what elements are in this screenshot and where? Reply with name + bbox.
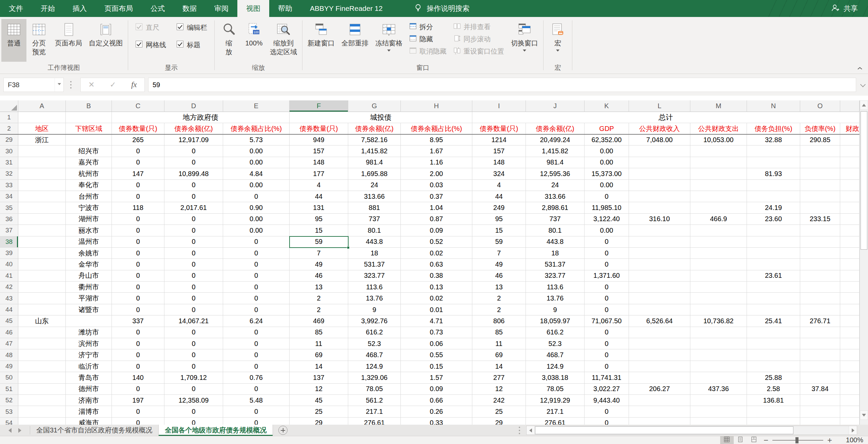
column-header-L[interactable]: L: [629, 100, 690, 112]
cell-F29[interactable]: 949: [290, 134, 348, 146]
cell-K37[interactable]: 0.00: [585, 225, 629, 236]
cell-I45[interactable]: 806: [472, 315, 526, 327]
row-header-2[interactable]: 2: [0, 123, 18, 134]
cell-J43[interactable]: 13.76: [526, 293, 585, 304]
cell-D50[interactable]: 1,709.12: [164, 372, 223, 383]
cell-G51[interactable]: 78.05: [348, 384, 401, 395]
cell-D36[interactable]: 0: [164, 214, 223, 225]
cell-O2[interactable]: 负债率(%): [800, 123, 840, 134]
cell-D45[interactable]: 14,067.21: [164, 315, 223, 327]
cell-J52[interactable]: 12,919.29: [526, 395, 585, 406]
cell-L2[interactable]: 公共财政收入: [629, 123, 690, 134]
cell-G46[interactable]: 616.2: [348, 327, 401, 338]
cell-J42[interactable]: 113.6: [526, 282, 585, 293]
cell-C48[interactable]: 0: [112, 349, 164, 361]
cell-A1[interactable]: [18, 112, 66, 123]
cell-G47[interactable]: 52.3: [348, 338, 401, 349]
row-header-39[interactable]: 39: [0, 248, 18, 259]
cell-A50[interactable]: [18, 372, 66, 383]
cell-L42[interactable]: [629, 282, 690, 293]
cell-J2[interactable]: 债券余额(亿): [526, 123, 585, 134]
cell-P52[interactable]: [840, 395, 860, 406]
cell-M42[interactable]: [690, 282, 747, 293]
cell-J32[interactable]: 12,595.36: [526, 168, 585, 179]
cell-A40[interactable]: [18, 259, 66, 270]
name-box-dropdown-icon[interactable]: [55, 78, 63, 92]
row-header-34[interactable]: 34: [0, 191, 18, 202]
cell-I41[interactable]: 46: [472, 270, 526, 282]
cell-H49[interactable]: 0.15: [401, 361, 472, 372]
cell-A29[interactable]: 浙江: [18, 134, 66, 146]
cell-D46[interactable]: 0: [164, 327, 223, 338]
cell-G52[interactable]: 561.2: [348, 395, 401, 406]
cell-M44[interactable]: [690, 304, 747, 315]
new-sheet-button[interactable]: [278, 426, 288, 435]
column-header-G[interactable]: G: [348, 100, 401, 112]
cell-E29[interactable]: 5.73: [223, 134, 290, 146]
column-header-H[interactable]: H: [401, 100, 472, 112]
cell-K54[interactable]: 0: [585, 418, 629, 425]
cell-G43[interactable]: 13.76: [348, 293, 401, 304]
cell-J46[interactable]: 616.2: [526, 327, 585, 338]
cell-D40[interactable]: 0: [164, 259, 223, 270]
zoom-out-button[interactable]: −: [761, 437, 771, 444]
zoom-to-selection-button[interactable]: 缩放到 选定区域: [267, 19, 300, 62]
cell-H43[interactable]: 0.02: [401, 293, 472, 304]
cell-F52[interactable]: 45: [290, 395, 348, 406]
cell-D33[interactable]: 0: [164, 180, 223, 191]
cell-K34[interactable]: 0: [585, 191, 629, 202]
column-header-B[interactable]: B: [66, 100, 112, 112]
cell-E44[interactable]: 0: [223, 304, 290, 315]
cell-J36[interactable]: 737: [526, 214, 585, 225]
cell-N33[interactable]: [747, 180, 800, 191]
cell-B43[interactable]: 平湖市: [66, 293, 112, 304]
cell-M50[interactable]: [690, 372, 747, 383]
cell-I51[interactable]: 12: [472, 384, 526, 395]
cell-F54[interactable]: 29: [290, 418, 348, 425]
cell-F49[interactable]: 14: [290, 361, 348, 372]
selected-cell-outline[interactable]: [289, 236, 349, 248]
cell-O43[interactable]: [800, 293, 840, 304]
cell-O52[interactable]: [800, 395, 840, 406]
cell-O41[interactable]: [800, 270, 840, 282]
menu-tab-view[interactable]: 视图: [237, 0, 269, 17]
column-header-I[interactable]: I: [472, 100, 526, 112]
row-header-37[interactable]: 37: [0, 225, 18, 236]
cell-I35[interactable]: 249: [472, 202, 526, 213]
cell-H31[interactable]: 1.16: [401, 157, 472, 168]
cell-N44[interactable]: [747, 304, 800, 315]
cell-O46[interactable]: [800, 327, 840, 338]
cell-E30[interactable]: 0.00: [223, 146, 290, 157]
cell-I31[interactable]: 148: [472, 157, 526, 168]
cell-B38[interactable]: 温州市: [66, 236, 112, 248]
cell-P41[interactable]: [840, 270, 860, 282]
cell-H32[interactable]: 2.00: [401, 168, 472, 179]
column-header-J[interactable]: J: [526, 100, 585, 112]
row-header-47[interactable]: 47: [0, 338, 18, 349]
cell-A30[interactable]: [18, 146, 66, 157]
cell-J48[interactable]: 468.7: [526, 349, 585, 361]
cell-E41[interactable]: 0: [223, 270, 290, 282]
cell-L36[interactable]: 316.10: [629, 214, 690, 225]
cell-P42[interactable]: [840, 282, 860, 293]
column-header-F[interactable]: F: [290, 100, 348, 112]
cell-C47[interactable]: 0: [112, 338, 164, 349]
horizontal-scrollbar[interactable]: [526, 426, 857, 435]
cell-N40[interactable]: [747, 259, 800, 270]
cell-E43[interactable]: 0: [223, 293, 290, 304]
cell-H38[interactable]: 0.52: [401, 236, 472, 248]
cell-D51[interactable]: 0: [164, 384, 223, 395]
cell-P50[interactable]: [840, 372, 860, 383]
cell-L48[interactable]: [629, 349, 690, 361]
cell-G44[interactable]: 9: [348, 304, 401, 315]
cell-A43[interactable]: [18, 293, 66, 304]
macros-button[interactable]: 宏: [545, 19, 570, 62]
row-header-45[interactable]: 45: [0, 315, 18, 327]
cell-J51[interactable]: 78.05: [526, 384, 585, 395]
cell-M36[interactable]: 466.9: [690, 214, 747, 225]
cell-K31[interactable]: 0.00: [585, 157, 629, 168]
cell-K53[interactable]: 0: [585, 406, 629, 417]
cell-E34[interactable]: 0: [223, 191, 290, 202]
tab-scrollbar-splitter[interactable]: [519, 430, 520, 431]
cell-M2[interactable]: 公共财政支出: [690, 123, 747, 134]
